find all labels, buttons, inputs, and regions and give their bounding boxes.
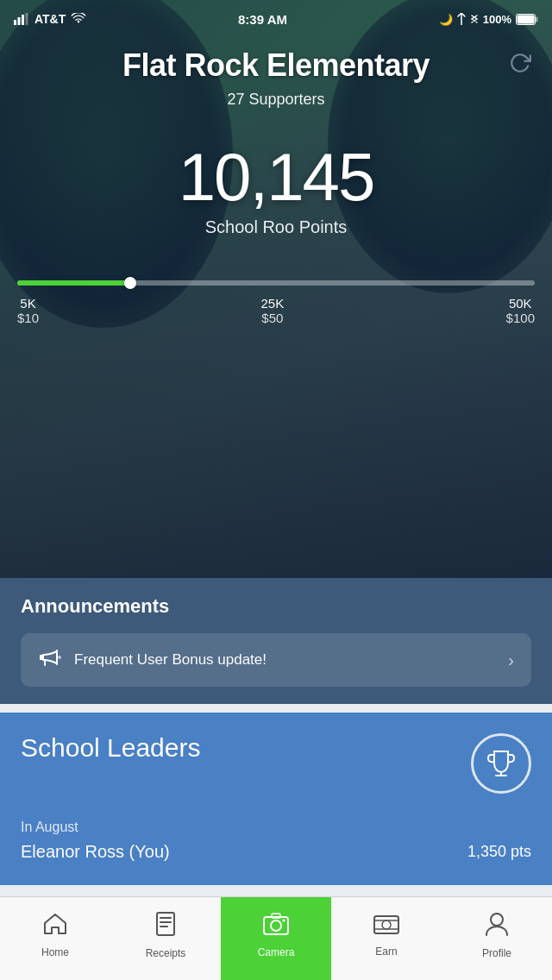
megaphone-icon — [38, 647, 62, 673]
svg-point-16 — [271, 920, 281, 931]
hero-section: Flat Rock Elementary 27 Supporters 10,14… — [0, 0, 552, 578]
milestone-50k-reward: $100 — [506, 311, 535, 325]
tab-profile[interactable]: Profile — [442, 897, 552, 980]
progress-section: 5K $10 25K $50 50K $100 — [0, 280, 552, 325]
svg-rect-5 — [536, 16, 538, 22]
carrier-label: AT&T — [34, 12, 66, 26]
announcement-left: Frequent User Bonus update! — [38, 647, 267, 673]
svg-rect-17 — [272, 914, 280, 918]
leaders-header: School Leaders — [21, 733, 531, 794]
svg-point-23 — [491, 914, 503, 926]
camera-icon — [263, 913, 289, 941]
milestone-5k-value: 5K — [20, 296, 35, 311]
svg-rect-0 — [14, 20, 16, 25]
leader-row-top: Eleanor Ross (You) 1,350 pts — [21, 842, 531, 876]
svg-point-8 — [58, 656, 61, 659]
svg-rect-6 — [517, 15, 534, 23]
leader-name: Eleanor Ross (You) — [21, 842, 170, 862]
tab-camera-label: Camera — [258, 946, 295, 958]
status-time: 8:39 AM — [238, 12, 287, 27]
points-label: School Roo Points — [205, 217, 348, 237]
points-number: 10,145 — [179, 143, 374, 210]
svg-point-18 — [283, 919, 285, 921]
tab-home[interactable]: Home — [0, 897, 110, 980]
trophy-icon-circle — [471, 733, 531, 794]
svg-rect-11 — [157, 913, 174, 935]
school-name: Flat Rock Elementary — [122, 47, 430, 84]
status-bar: AT&T 8:39 AM 🌙 100% — [0, 0, 552, 38]
milestone-25k-reward: $50 — [261, 311, 283, 325]
milestone-50k-value: 50K — [509, 296, 532, 311]
leaders-section: School Leaders In August Eleanor Ross (Y… — [0, 713, 552, 885]
svg-rect-1 — [18, 17, 21, 25]
progress-track — [17, 280, 535, 286]
milestone-25k-value: 25K — [260, 296, 284, 311]
announcements-section: Announcements Frequent User Bonus update… — [0, 578, 552, 704]
svg-rect-2 — [22, 15, 24, 25]
receipts-icon — [155, 912, 176, 942]
status-right-icons: 🌙 100% — [439, 13, 538, 26]
battery-label: 100% — [483, 13, 511, 26]
milestone-25k: 25K $50 — [260, 296, 284, 325]
announcement-text: Frequent User Bonus update! — [74, 651, 267, 669]
svg-rect-7 — [40, 655, 43, 660]
status-carrier: AT&T — [14, 12, 86, 26]
profile-icon — [486, 912, 508, 942]
announcements-title: Announcements — [21, 595, 531, 618]
tab-camera[interactable]: Camera — [221, 897, 331, 980]
hero-content: Flat Rock Elementary 27 Supporters 10,14… — [0, 0, 552, 325]
tab-home-label: Home — [41, 946, 69, 958]
supporters-count: 27 Supporters — [227, 91, 324, 109]
leaders-title: School Leaders — [21, 733, 200, 763]
svg-point-20 — [382, 920, 391, 929]
milestone-5k: 5K $10 — [17, 296, 39, 325]
svg-rect-3 — [26, 13, 28, 25]
tab-profile-label: Profile — [482, 947, 511, 959]
progress-fill — [17, 280, 131, 286]
tab-receipts-label: Receipts — [146, 947, 186, 959]
progress-labels: 5K $10 25K $50 50K $100 — [17, 296, 535, 325]
tab-receipts[interactable]: Receipts — [110, 897, 221, 980]
earn-icon — [373, 914, 399, 940]
tab-bar: Home Receipts Camera — [0, 896, 552, 980]
chevron-right-icon: › — [508, 650, 514, 670]
tab-earn-label: Earn — [375, 945, 397, 958]
announcement-item[interactable]: Frequent User Bonus update! › — [21, 633, 531, 687]
milestone-50k: 50K $100 — [506, 296, 535, 325]
tab-earn[interactable]: Earn — [331, 897, 442, 980]
svg-rect-19 — [374, 916, 398, 933]
leader-pts: 1,350 pts — [467, 843, 531, 861]
home-icon — [43, 913, 67, 941]
leaders-period: In August — [21, 820, 531, 835]
milestone-5k-reward: $10 — [17, 311, 39, 325]
